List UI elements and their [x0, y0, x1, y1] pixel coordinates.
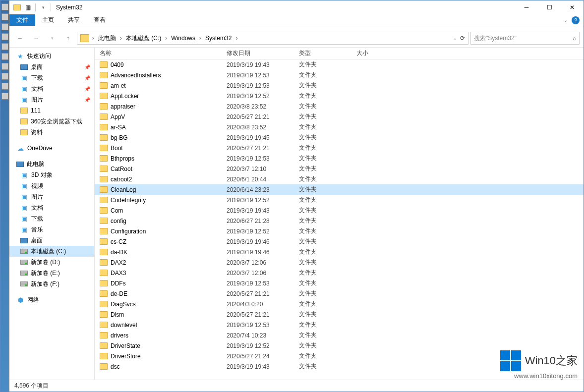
navigation-pane[interactable]: ★ 快速访问 桌面📌▣下载📌▣文档📌▣图片📌111360安全浏览器下载资料 ☁ … — [9, 48, 95, 380]
nav-item[interactable]: 新加卷 (E:) — [9, 268, 94, 279]
col-type[interactable]: 类型 — [299, 49, 356, 57]
folder-icon — [100, 238, 108, 245]
file-row[interactable]: config2020/6/27 21:28文件夹 — [95, 216, 584, 226]
cloud-icon: ☁ — [16, 144, 24, 152]
folder-icon — [100, 270, 108, 276]
minimize-button[interactable]: ─ — [515, 0, 538, 14]
file-list[interactable]: 04092019/3/19 19:43文件夹AdvancedInstallers… — [95, 59, 584, 380]
qa-props-icon[interactable]: ▥ — [23, 3, 32, 12]
nav-thispc[interactable]: 此电脑 — [9, 159, 94, 169]
nav-item[interactable]: ▣图片 — [9, 191, 94, 202]
crumb-thispc[interactable]: 此电脑 — [95, 32, 119, 44]
crumb-windows[interactable]: Windows — [168, 32, 198, 44]
nav-item[interactable]: 桌面📌 — [9, 61, 94, 72]
file-row[interactable]: Configuration2019/3/19 12:52文件夹 — [95, 226, 584, 236]
folder-icon — [100, 82, 108, 89]
file-row[interactable]: downlevel2019/3/19 12:53文件夹 — [95, 320, 584, 330]
file-row[interactable]: DAX22020/3/7 12:06文件夹 — [95, 257, 584, 268]
nav-onedrive[interactable]: ☁ OneDrive — [9, 143, 94, 154]
nav-item[interactable]: ▣下载📌 — [9, 72, 94, 83]
chevron-right-icon[interactable]: › — [119, 35, 123, 42]
file-row[interactable]: Dism2020/5/27 21:21文件夹 — [95, 309, 584, 320]
file-row[interactable]: ar-SA2020/3/8 23:52文件夹 — [95, 122, 584, 132]
nav-item[interactable]: ▣3D 对象 — [9, 169, 94, 180]
col-date[interactable]: 修改日期 — [227, 49, 299, 57]
file-row[interactable]: de-DE2020/5/27 21:21文件夹 — [95, 288, 584, 299]
file-row[interactable]: catroot22020/6/1 20:44文件夹 — [95, 174, 584, 184]
maximize-button[interactable]: ☐ — [538, 0, 561, 14]
column-headers[interactable]: 名称 修改日期 类型 大小 — [95, 48, 584, 59]
blue-icon: ▣ — [20, 215, 28, 223]
ribbon: 文件 主页 共享 查看 ⌄ ? — [9, 14, 584, 26]
refresh-icon[interactable]: ⟳ — [460, 35, 465, 42]
search-input[interactable]: 搜索"System32" ⌕ — [470, 32, 580, 45]
ribbon-expand-icon[interactable]: ⌄ — [564, 17, 568, 23]
pc-icon — [16, 162, 24, 167]
col-name[interactable]: 名称 — [100, 49, 227, 57]
nav-network[interactable]: ⬢ 网络 — [9, 294, 94, 305]
folder-icon — [100, 322, 108, 328]
up-button[interactable]: ↑ — [61, 31, 75, 45]
crumb-system32[interactable]: System32 — [202, 32, 234, 44]
ribbon-tab-share[interactable]: 共享 — [61, 14, 87, 26]
qa-dropdown-icon[interactable]: ▾ — [39, 3, 48, 12]
chevron-right-icon[interactable]: › — [198, 35, 202, 42]
folder-icon — [100, 290, 108, 297]
blue-icon: ▣ — [20, 182, 28, 190]
ribbon-tab-view[interactable]: 查看 — [87, 14, 113, 26]
nav-item[interactable]: 360安全浏览器下载 — [9, 116, 94, 127]
file-row[interactable]: DDFs2019/3/19 12:53文件夹 — [95, 278, 584, 288]
chevron-right-icon[interactable]: › — [164, 35, 168, 42]
help-icon[interactable]: ? — [572, 16, 580, 24]
col-size[interactable]: 大小 — [356, 49, 396, 57]
file-row[interactable]: AppV2020/5/27 21:21文件夹 — [95, 112, 584, 122]
file-row[interactable]: CleanLog2020/6/14 23:23文件夹 — [95, 184, 584, 195]
file-row[interactable]: am-et2019/3/19 12:53文件夹 — [95, 80, 584, 91]
folder-icon — [100, 72, 108, 78]
file-row[interactable]: 04092019/3/19 19:43文件夹 — [95, 59, 584, 70]
nav-item[interactable]: 桌面 — [9, 235, 94, 246]
nav-item[interactable]: ▣视频 — [9, 180, 94, 191]
address-bar[interactable]: › 此电脑 › 本地磁盘 (C:) › Windows › System32 ›… — [77, 32, 468, 45]
nav-item[interactable]: ▣文档📌 — [9, 83, 94, 94]
nav-item[interactable]: ▣文档 — [9, 202, 94, 213]
file-row[interactable]: Com2019/3/19 19:43文件夹 — [95, 205, 584, 216]
nav-item[interactable]: 111 — [9, 105, 94, 116]
file-row[interactable]: CodeIntegrity2019/3/19 12:52文件夹 — [95, 195, 584, 205]
file-row[interactable]: drivers2020/7/4 10:23文件夹 — [95, 330, 584, 340]
nav-item[interactable]: 新加卷 (D:) — [9, 257, 94, 268]
chevron-right-icon[interactable]: › — [234, 35, 238, 42]
nav-item[interactable]: 新加卷 (F:) — [9, 279, 94, 289]
nav-quick-access[interactable]: ★ 快速访问 — [9, 51, 94, 61]
file-row[interactable]: cs-CZ2019/3/19 19:46文件夹 — [95, 236, 584, 247]
forward-button[interactable]: → — [29, 31, 43, 45]
file-row[interactable]: Bthprops2019/3/19 12:53文件夹 — [95, 153, 584, 164]
file-row[interactable]: DAX32020/3/7 12:06文件夹 — [95, 268, 584, 278]
crumb-c-drive[interactable]: 本地磁盘 (C:) — [123, 32, 164, 44]
ribbon-file[interactable]: 文件 — [9, 14, 35, 26]
file-row[interactable]: AdvancedInstallers2019/3/19 12:53文件夹 — [95, 70, 584, 80]
file-row[interactable]: CatRoot2020/3/7 12:10文件夹 — [95, 164, 584, 174]
file-row[interactable]: DriverState2019/3/19 12:52文件夹 — [95, 340, 584, 351]
file-row[interactable]: appraiser2020/3/8 23:52文件夹 — [95, 101, 584, 112]
nav-item[interactable]: 本地磁盘 (C:) — [9, 246, 94, 257]
nav-item[interactable]: ▣音乐 — [9, 224, 94, 235]
folder-icon — [20, 108, 28, 113]
folder-icon — [100, 259, 108, 266]
back-button[interactable]: ← — [13, 31, 27, 45]
ribbon-tab-home[interactable]: 主页 — [35, 14, 61, 26]
file-row[interactable]: bg-BG2019/3/19 19:45文件夹 — [95, 132, 584, 143]
file-row[interactable]: Boot2020/5/27 21:21文件夹 — [95, 143, 584, 153]
nav-item[interactable]: 资料 — [9, 127, 94, 138]
chevron-right-icon[interactable]: › — [91, 35, 95, 42]
titlebar: ▥ ▾ System32 ─ ☐ ✕ — [9, 0, 584, 14]
file-row[interactable]: AppLocker2019/3/19 12:52文件夹 — [95, 91, 584, 101]
file-row[interactable]: DiagSvcs2020/4/3 0:20文件夹 — [95, 299, 584, 309]
close-button[interactable]: ✕ — [561, 0, 584, 14]
nav-item[interactable]: ▣下载 — [9, 213, 94, 224]
address-dropdown-icon[interactable]: ⌄ — [453, 36, 457, 41]
file-row[interactable]: da-DK2019/3/19 19:46文件夹 — [95, 247, 584, 257]
nav-item[interactable]: ▣图片📌 — [9, 94, 94, 105]
recent-dropdown[interactable]: ▾ — [45, 31, 59, 45]
blue-icon: ▣ — [20, 171, 28, 179]
